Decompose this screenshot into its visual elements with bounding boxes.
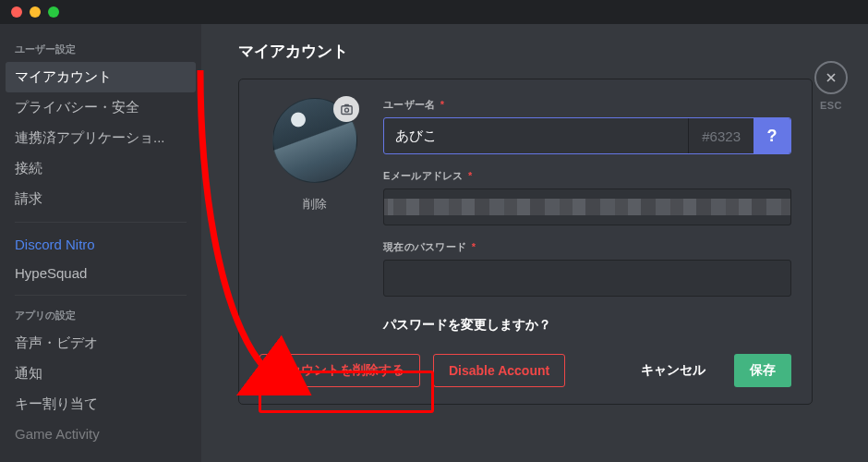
sidebar-item-voice-video[interactable]: 音声・ビデオ [6, 328, 196, 359]
window-zoom-dot[interactable] [48, 6, 59, 18]
current-password-input[interactable] [383, 260, 791, 297]
username-row: #6323 ? [383, 117, 791, 154]
sidebar-item-privacy[interactable]: プライバシー・安全 [6, 92, 196, 123]
username-label: ユーザー名 * [383, 98, 791, 112]
sidebar-heading-app: アプリの設定 [6, 303, 196, 328]
username-input[interactable] [384, 118, 688, 153]
password-label: 現在のパスワード * [383, 240, 791, 254]
sidebar-heading-user: ユーザー設定 [6, 37, 196, 62]
upload-avatar-icon[interactable] [333, 96, 359, 122]
sidebar-item-game-activity[interactable]: Game Activity [6, 419, 196, 448]
esc-label: ESC [820, 100, 842, 111]
change-password-question: パスワードを変更しますか？ [383, 317, 791, 334]
delete-account-button[interactable]: アカウントを削除する [259, 354, 420, 387]
page-title: マイアカウント [238, 41, 813, 62]
sidebar-item-connections[interactable]: 接続 [6, 153, 196, 184]
sidebar-divider [15, 222, 187, 223]
sidebar-item-billing[interactable]: 請求 [6, 184, 196, 214]
sidebar-divider [15, 295, 187, 296]
username-help-button[interactable]: ? [753, 118, 790, 153]
window-close-dot[interactable] [11, 6, 22, 18]
svg-rect-0 [341, 105, 351, 114]
sidebar-item-keybinds[interactable]: キー割り当て [6, 389, 196, 419]
disable-account-button[interactable]: Disable Account [433, 354, 565, 387]
sidebar-item-connected-apps[interactable]: 連携済アプリケーショ... [6, 123, 196, 153]
email-label: Eメールアドレス * [383, 169, 791, 183]
window-titlebar [0, 0, 868, 24]
settings-sidebar: ユーザー設定 マイアカウント プライバシー・安全 連携済アプリケーショ... 接… [0, 24, 201, 462]
settings-content: マイアカウント 削除 ユーザー [201, 24, 868, 462]
sidebar-item-notifications[interactable]: 通知 [6, 359, 196, 389]
card-footer: アカウントを削除する Disable Account キャンセル 保存 [259, 334, 791, 387]
save-button[interactable]: 保存 [734, 354, 791, 387]
sidebar-item-nitro[interactable]: Discord Nitro [6, 230, 196, 259]
close-icon [814, 61, 848, 94]
svg-point-1 [344, 108, 348, 112]
email-input-redacted[interactable] [383, 188, 791, 225]
window-minimize-dot[interactable] [30, 6, 41, 18]
discriminator: #6323 [688, 118, 753, 153]
sidebar-item-my-account[interactable]: マイアカウント [6, 62, 196, 92]
avatar-remove-link[interactable]: 削除 [303, 196, 327, 213]
sidebar-item-hypesquad[interactable]: HypeSquad [6, 259, 196, 287]
account-card: 削除 ユーザー名 * #6323 ? Eメールアドレス * [238, 79, 813, 405]
cancel-button[interactable]: キャンセル [625, 354, 721, 387]
avatar-uploader[interactable] [272, 98, 357, 183]
close-settings[interactable]: ESC [814, 61, 848, 111]
